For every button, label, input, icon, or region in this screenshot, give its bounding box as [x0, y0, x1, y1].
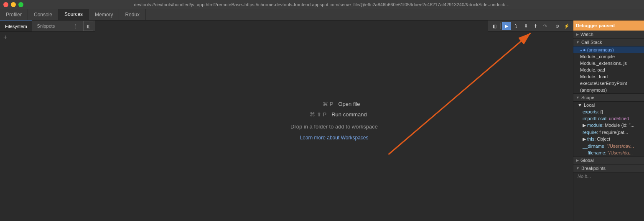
watch-section-header[interactable]: ▶ Watch [573, 31, 644, 39]
scope-title: Scope [581, 95, 594, 100]
scope-local-toggle: ▼ [578, 103, 582, 108]
resume-btn[interactable]: ▶ [502, 22, 511, 30]
learn-more-link[interactable]: Learn more about Workspaces [300, 135, 369, 141]
stack-item-2[interactable]: Module._extensions..js [573, 60, 644, 67]
breakpoints-section-header[interactable]: ▼ Breakpoints [573, 164, 644, 172]
window-controls [3, 2, 23, 7]
drop-hint: Drop in a folder to add to workspace [290, 123, 378, 130]
sidebar-panel-toggle[interactable]: ◧ [83, 21, 93, 31]
sidebar-tab-bar: Filesystem Snippets ⋮ ◧ [0, 21, 95, 32]
add-folder-button[interactable]: + [0, 32, 95, 43]
main-layout: Filesystem Snippets ⋮ ◧ + ⌘ P Open file … [0, 21, 644, 221]
close-button[interactable] [3, 2, 8, 7]
minimize-button[interactable] [11, 2, 16, 7]
scope-exports[interactable]: exports: {} [573, 108, 644, 115]
breakpoints-title: Breakpoints [581, 166, 606, 171]
open-file-keys: ⌘ P [308, 101, 333, 107]
scope-list: ▼ Local exports: {} importLocal: undefin… [573, 102, 644, 157]
scope-module[interactable]: ▶ module: Module {id: "... [573, 122, 644, 129]
scope-require[interactable]: require: f require(pat... [573, 129, 644, 136]
run-command-hint: ⌘ ⇧ P Run command [301, 111, 367, 118]
scope-local-label: Local [584, 103, 595, 108]
window-title: devtools://devtools/bundled/js_app.html?… [134, 2, 510, 7]
run-command-label: Run command [331, 111, 367, 118]
pause-exceptions-btn[interactable]: ⚡ [562, 22, 571, 30]
tab-memory[interactable]: Memory [89, 9, 119, 20]
devtools-debug-toolbar: ◧ ▶ ⤵ ⬇ ⬆ ↷ ⊘ ⚡ [488, 21, 573, 32]
scope-dirname[interactable]: __dirname: "/Users/dav... [573, 143, 644, 149]
toolbar-separator-1 [500, 23, 501, 29]
sidebar-tab-snippets[interactable]: Snippets [32, 21, 60, 31]
stack-item-4[interactable]: Module._load [573, 73, 644, 80]
step-into-btn[interactable]: ⬇ [521, 22, 530, 30]
scope-filename[interactable]: __filename: "/Users/da... [573, 149, 644, 156]
watch-title: Watch [580, 32, 593, 37]
call-stack-section-header[interactable]: ▼ Call Stack [573, 39, 644, 46]
debugger-paused-label: Debugger paused [576, 23, 615, 28]
tab-bar: Profiler Console Sources Memory Redux [0, 9, 644, 21]
maximize-button[interactable] [18, 2, 23, 7]
sidebar: Filesystem Snippets ⋮ ◧ + [0, 21, 95, 221]
scope-import-local[interactable]: importLocal: undefined [573, 115, 644, 122]
stack-item-5[interactable]: executeUserEntryPoint [573, 80, 644, 87]
right-panel: Debugger paused ▶ Watch ▼ Call Stack ● (… [573, 21, 644, 221]
call-stack-toggle-icon: ▼ [576, 40, 580, 44]
deactivate-breakpoints-btn[interactable]: ⊘ [552, 22, 562, 30]
no-breakpoints-text: No b... [573, 172, 644, 180]
tab-redux[interactable]: Redux [119, 9, 146, 20]
tab-console[interactable]: Console [28, 9, 59, 20]
run-command-keys: ⌘ ⇧ P [301, 111, 326, 118]
call-stack-title: Call Stack [581, 40, 602, 45]
tab-sources[interactable]: Sources [59, 9, 89, 20]
step-btn[interactable]: ↷ [540, 22, 550, 30]
collapse-sidebar-btn[interactable]: ◧ [490, 22, 499, 30]
stack-item-3[interactable]: Module.load [573, 67, 644, 73]
editor-area: ⌘ P Open file ⌘ ⇧ P Run command Drop in … [95, 21, 573, 221]
debugger-toolbar: Debugger paused [573, 21, 644, 31]
call-stack-list: ● (anonymous) Module._compile Module._ex… [573, 46, 644, 94]
scope-toggle-icon: ▼ [576, 95, 580, 100]
open-file-label: Open file [338, 101, 360, 107]
svg-line-1 [389, 33, 531, 154]
global-toggle-icon: ▶ [576, 158, 579, 162]
step-out-btn[interactable]: ⬆ [531, 22, 540, 30]
sidebar-content: + [0, 32, 95, 221]
open-file-hint: ⌘ P Open file [308, 101, 360, 107]
global-title: Global [580, 158, 594, 163]
scope-local-header[interactable]: ▼ Local [573, 102, 644, 108]
step-over-btn[interactable]: ⤵ [512, 22, 521, 30]
title-bar: devtools://devtools/bundled/js_app.html?… [0, 0, 644, 9]
watch-toggle-icon: ▶ [576, 32, 579, 36]
sidebar-more-icon[interactable]: ⋮ [69, 23, 81, 29]
stack-item-1[interactable]: Module._compile [573, 53, 644, 60]
breakpoints-toggle-icon: ▼ [576, 166, 580, 170]
editor-hints: ⌘ P Open file ⌘ ⇧ P Run command Drop in … [290, 101, 378, 141]
toolbar-separator-2 [551, 23, 551, 29]
tab-profiler[interactable]: Profiler [0, 9, 28, 20]
global-section-header[interactable]: ▶ Global [573, 157, 644, 164]
sidebar-tab-filesystem[interactable]: Filesystem [0, 21, 32, 31]
scope-section-header[interactable]: ▼ Scope [573, 94, 644, 102]
stack-item-6[interactable]: (anonymous) [573, 87, 644, 93]
scope-this[interactable]: ▶ this: Object [573, 136, 644, 143]
stack-item-0[interactable]: ● (anonymous) [573, 46, 644, 53]
